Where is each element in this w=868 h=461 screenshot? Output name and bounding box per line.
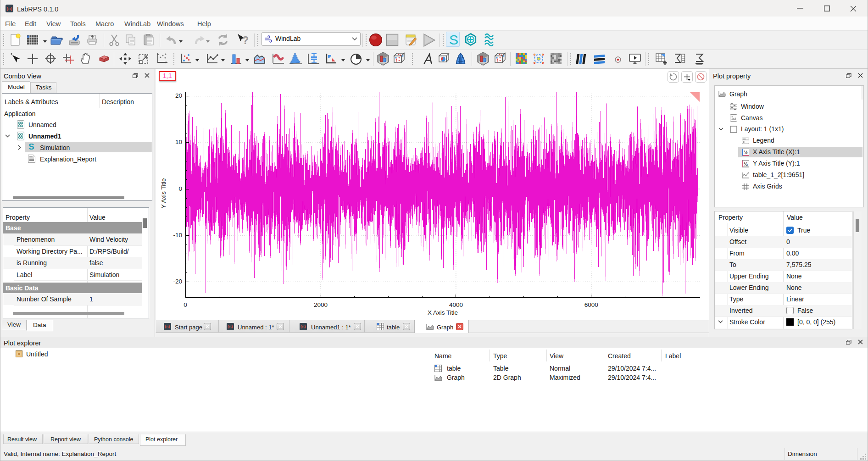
svg-text:½: ½ xyxy=(744,161,748,167)
svg-text:½: ½ xyxy=(744,150,748,155)
